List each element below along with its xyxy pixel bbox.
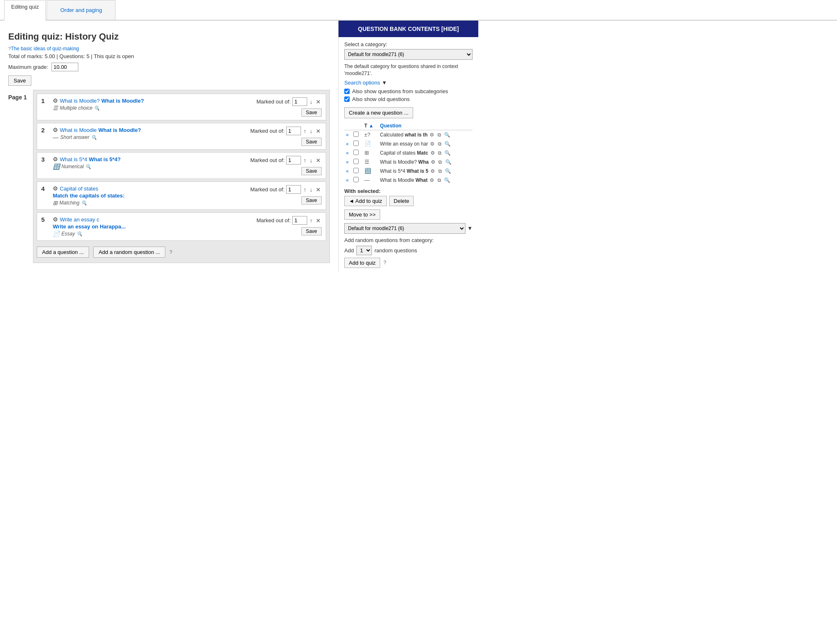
marked-input-5[interactable] xyxy=(292,216,307,225)
sort-icon[interactable]: ▲ xyxy=(369,123,374,129)
left-panel: Editing quiz: History Quiz ?The basic id… xyxy=(0,21,338,272)
remove-btn-3[interactable]: ✕ xyxy=(315,157,322,164)
down-arrow-1[interactable]: ↓ xyxy=(309,99,313,105)
qb-q-name-6: What is Moodle What xyxy=(380,177,428,183)
magnify-icon-3[interactable]: 🔍 xyxy=(85,164,91,169)
tab-order-paging-link[interactable]: Order and paging xyxy=(54,4,108,16)
question-bank-body: Select a category: Default for moodle271… xyxy=(339,37,478,272)
q-save-btn-3[interactable]: Save xyxy=(301,167,322,175)
main-save-button[interactable]: Save xyxy=(8,75,31,86)
qb-row-checkbox-3[interactable] xyxy=(353,150,359,155)
q-link-bold-1[interactable]: What is Moodle? xyxy=(101,98,144,104)
random-count-select[interactable]: 1 2 3 xyxy=(356,246,372,255)
qb-mag-btn-3[interactable]: 🔍 xyxy=(444,150,451,156)
down-arrow-3[interactable]: ↓ xyxy=(309,157,313,164)
subcategories-label: Also show questions from subcategories xyxy=(352,88,448,94)
q-save-btn-2[interactable]: Save xyxy=(301,138,322,146)
move-left-icon-3[interactable]: « xyxy=(346,150,349,156)
move-to-button[interactable]: Move to >> xyxy=(344,209,380,220)
matching-icon-4: ⊞ xyxy=(53,200,58,206)
magnify-icon-4[interactable]: 🔍 xyxy=(81,200,87,206)
old-questions-checkbox[interactable] xyxy=(344,96,350,102)
down-arrow-4[interactable]: ↓ xyxy=(309,186,313,193)
qb-copy-btn-2[interactable]: ⧉ xyxy=(437,141,442,147)
col-arrows xyxy=(344,122,352,130)
qb-gear-btn-4[interactable]: ⚙ xyxy=(430,159,436,165)
qb-copy-btn-1[interactable]: ⧉ xyxy=(437,132,442,138)
remove-btn-1[interactable]: ✕ xyxy=(315,99,322,105)
magnify-icon-2[interactable]: 🔍 xyxy=(91,135,97,140)
q-link-2[interactable]: What is Moodle xyxy=(60,127,97,133)
up-arrow-5[interactable]: ↑ xyxy=(309,217,313,224)
move-left-icon-2[interactable]: « xyxy=(346,141,349,147)
category-select[interactable]: Default for moodle271 (6) xyxy=(344,49,473,60)
add-to-quiz-button[interactable]: ◄ Add to quiz xyxy=(344,196,387,206)
remove-btn-5[interactable]: ✕ xyxy=(315,217,322,224)
max-grade-input[interactable] xyxy=(52,63,78,71)
qb-copy-btn-3[interactable]: ⧉ xyxy=(437,150,442,156)
move-left-icon-6[interactable]: « xyxy=(346,177,349,183)
add-random-question-button[interactable]: Add a random question ... xyxy=(93,247,165,258)
qb-gear-btn-6[interactable]: ⚙ xyxy=(429,177,435,183)
random-category-select[interactable]: Default for moodle271 (6) xyxy=(344,223,466,234)
move-left-icon-1[interactable]: « xyxy=(346,132,349,138)
q-link-5[interactable]: Write an essay c xyxy=(60,216,99,223)
move-left-icon-5[interactable]: « xyxy=(346,168,349,174)
q-link-4[interactable]: Capital of states xyxy=(60,186,98,192)
subcategories-checkbox[interactable] xyxy=(344,89,350,94)
qb-row-checkbox-5[interactable] xyxy=(353,168,359,173)
qb-mag-btn-1[interactable]: 🔍 xyxy=(443,132,451,138)
add-question-button[interactable]: Add a question ... xyxy=(37,247,89,258)
search-options-link[interactable]: Search options xyxy=(344,80,380,86)
qb-gear-btn-5[interactable]: ⚙ xyxy=(430,168,436,174)
marked-input-1[interactable] xyxy=(292,97,307,106)
qb-gear-btn-3[interactable]: ⚙ xyxy=(430,150,436,156)
tab-editing-quiz[interactable]: Editing quiz xyxy=(4,0,46,21)
q-save-btn-1[interactable]: Save xyxy=(301,108,322,117)
move-left-icon-4[interactable]: « xyxy=(346,159,349,165)
page-title: Editing quiz: History Quiz xyxy=(8,31,330,42)
q-link-bold-2[interactable]: What is Moodle? xyxy=(99,127,141,133)
random-select-arrow: ▼ xyxy=(467,225,473,231)
q-link-bold-4[interactable]: Match the capitals of states: xyxy=(53,193,125,199)
q-link-bold-5[interactable]: Write an essay on Harappa... xyxy=(53,223,126,230)
delete-button[interactable]: Delete xyxy=(389,196,414,206)
marked-input-3[interactable] xyxy=(286,156,301,165)
q-link-3[interactable]: What is 5*4 xyxy=(60,156,87,162)
magnify-icon-5[interactable]: 🔍 xyxy=(77,231,82,237)
move-to-row: Move to >> xyxy=(344,209,473,220)
q-link-bold-3[interactable]: What is 5*4? xyxy=(89,156,120,162)
qb-row-checkbox-2[interactable] xyxy=(353,141,359,146)
add-to-quiz-random-button[interactable]: Add to quiz xyxy=(344,258,380,268)
remove-btn-4[interactable]: ✕ xyxy=(315,186,322,193)
qb-mag-btn-6[interactable]: 🔍 xyxy=(443,177,451,183)
magnify-icon-1[interactable]: 🔍 xyxy=(94,106,100,111)
qb-gear-btn-1[interactable]: ⚙ xyxy=(429,132,435,138)
questions-box: 1 ⚙ What is Moodle? What is Moodle? ☰ Mu… xyxy=(33,90,330,263)
quiz-making-help-link[interactable]: The basic ideas of quiz-making xyxy=(11,46,79,52)
remove-btn-2[interactable]: ✕ xyxy=(315,128,322,134)
qb-gear-btn-2[interactable]: ⚙ xyxy=(429,141,435,147)
qb-row-checkbox-6[interactable] xyxy=(353,177,359,182)
tab-order-paging[interactable]: Order and paging xyxy=(47,0,115,20)
qb-row-checkbox-4[interactable] xyxy=(353,159,359,164)
marked-input-2[interactable] xyxy=(286,127,301,135)
qb-row-checkbox-1[interactable] xyxy=(353,132,359,137)
qb-mag-btn-4[interactable]: 🔍 xyxy=(444,159,452,165)
add-random-help-icon[interactable]: ? xyxy=(169,249,172,255)
q-save-btn-4[interactable]: Save xyxy=(301,196,322,204)
up-arrow-4[interactable]: ↑ xyxy=(303,186,307,193)
up-arrow-3[interactable]: ↑ xyxy=(303,157,307,164)
add-random-help-icon-2[interactable]: ? xyxy=(383,260,386,266)
create-new-question-button[interactable]: Create a new question ... xyxy=(344,107,413,118)
qb-mag-btn-2[interactable]: 🔍 xyxy=(444,141,451,147)
up-arrow-2[interactable]: ↑ xyxy=(303,128,307,134)
marked-input-4[interactable] xyxy=(286,185,301,194)
qb-copy-btn-5[interactable]: ⧉ xyxy=(437,168,443,174)
qb-copy-btn-4[interactable]: ⧉ xyxy=(437,159,443,165)
down-arrow-2[interactable]: ↓ xyxy=(309,128,313,134)
qb-mag-btn-5[interactable]: 🔍 xyxy=(444,168,452,174)
qb-copy-btn-6[interactable]: ⧉ xyxy=(437,177,442,183)
q-save-btn-5[interactable]: Save xyxy=(301,227,322,235)
q-link-1[interactable]: What is Moodle? xyxy=(60,98,100,104)
